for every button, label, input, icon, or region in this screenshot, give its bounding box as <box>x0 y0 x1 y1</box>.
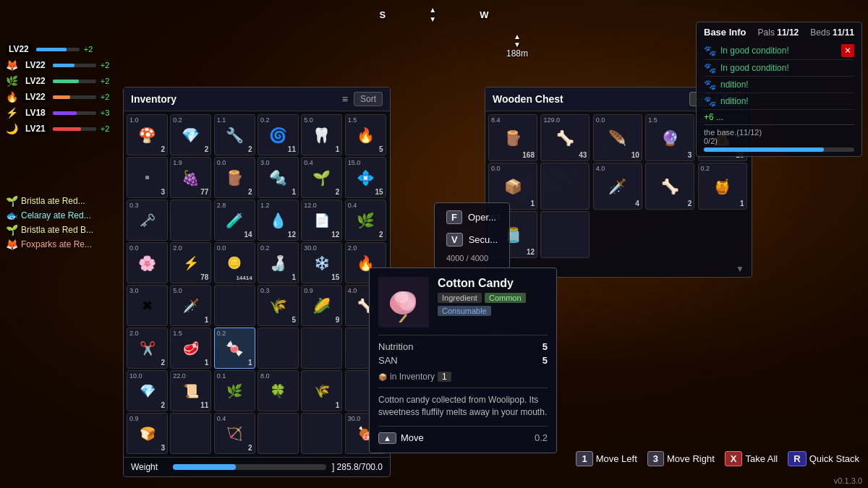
take-all-label: Take All <box>745 453 778 464</box>
inventory-item[interactable]: 🍀8.0 <box>258 370 299 411</box>
inventory-item[interactable] <box>170 413 211 454</box>
inventory-item[interactable] <box>258 328 299 369</box>
player-item: LV22 +2 <box>6 43 109 55</box>
pal-item: 🐾 ndition! <box>704 93 854 110</box>
hotkey-move-right: 3 Move Right <box>647 451 715 466</box>
context-secure[interactable]: V Secu... <box>435 228 509 251</box>
inventory-item[interactable]: 🌽0.99 <box>301 285 342 326</box>
chest-item[interactable] <box>540 163 590 210</box>
move-label: Move <box>401 432 424 443</box>
chest-item[interactable]: 🔮1.53 <box>645 114 694 161</box>
version-display: v0.1.3.0 <box>834 476 862 485</box>
tooltip-item-icon <box>378 277 429 328</box>
pals-stat: Pals 11/12 <box>758 27 799 38</box>
inventory-item[interactable] <box>301 328 342 369</box>
inventory-item[interactable]: 🍞0.93 <box>127 413 168 454</box>
inventory-item[interactable]: ▪3 <box>127 157 168 198</box>
inventory-item[interactable]: 🔧1.12 <box>214 114 255 155</box>
tooltip-tags: Ingredient Common Consumable <box>438 293 548 316</box>
chest-item[interactable]: 🍯0.21 <box>698 163 747 210</box>
pal-close-button[interactable]: ✕ <box>841 44 854 57</box>
chat-item: 🐟 Celaray ate Red... <box>6 210 93 221</box>
bottom-hotkeys: 1 Move Left 3 Move Right X Take All R Qu… <box>576 451 859 466</box>
context-open[interactable]: F Oper... <box>435 206 509 228</box>
inventory-item[interactable]: 💠15.015 <box>345 157 386 198</box>
move-left-label: Move Left <box>596 453 637 464</box>
inventory-item[interactable]: 🔥1.55 <box>345 114 386 155</box>
base-info-panel: Base Info Pals 11/12 Beds 11/11 🐾 In goo… <box>696 22 862 157</box>
player-item: 🌙 LV21 +2 <box>6 123 109 134</box>
chest-item[interactable]: 🪵8.4168 <box>488 114 537 161</box>
base-progress-bar <box>704 147 854 152</box>
inventory-item[interactable]: 🍶0.21 <box>258 242 299 283</box>
san-value: 5 <box>542 355 548 366</box>
pal-item: 🐾 ndition! <box>704 77 854 93</box>
inventory-item[interactable]: 🌸0.0 <box>127 242 168 283</box>
inventory-item[interactable]: 🧪2.814 <box>214 200 255 241</box>
hotkey-move-left: 1 Move Left <box>576 451 637 466</box>
inventory-item[interactable]: 💧1.212 <box>258 200 299 241</box>
inventory-item[interactable]: 🍇1.977 <box>170 157 211 198</box>
key-v: V <box>446 233 463 247</box>
inventory-item[interactable]: ⚡2.078 <box>170 242 211 283</box>
chest-item[interactable]: 🗡️4.04 <box>593 163 642 210</box>
inventory-item[interactable]: 🗝️0.3 <box>127 200 168 241</box>
inventory-item[interactable] <box>170 200 211 241</box>
inventory-item[interactable]: ❄️30.015 <box>301 242 342 283</box>
chat-item: 🌱 Bristla ate Red B... <box>6 224 93 236</box>
player-item: 🌿 LV22 +2 <box>6 75 109 87</box>
inventory-item[interactable]: 💎10.02 <box>127 370 168 411</box>
inventory-item[interactable]: 🔩3.01 <box>258 157 299 198</box>
inventory-item[interactable]: 🗡️5.01 <box>170 285 211 326</box>
svg-point-5 <box>394 291 409 303</box>
tooltip-info: Cotton Candy Ingredient Common Consumabl… <box>438 277 548 316</box>
inventory-item[interactable] <box>214 285 255 326</box>
inventory-item[interactable]: 💎0.22 <box>170 114 211 155</box>
weight-label: Weight <box>131 462 167 472</box>
chest-item[interactable]: 🪶0.010 <box>593 114 642 161</box>
inventory-item[interactable]: 🪵0.02 <box>214 157 255 198</box>
inventory-item[interactable]: 📄12.012 <box>301 200 342 241</box>
chest-item[interactable] <box>540 211 590 258</box>
inventory-item[interactable]: ✂️2.02 <box>127 328 168 369</box>
inventory-item[interactable]: 🌀0.211 <box>258 114 299 155</box>
inventory-icon: 📦 <box>378 373 387 381</box>
inventory-header: Inventory ≡ Sort <box>124 87 390 111</box>
inventory-item-cotton-candy[interactable]: 🍬0.21 <box>214 328 255 369</box>
item-tooltip: Cotton Candy Ingredient Common Consumabl… <box>369 267 557 453</box>
inventory-item[interactable]: 🌿0.42 <box>345 200 386 241</box>
pal-item: 🐾 In good condition! ✕ <box>704 42 854 60</box>
chat-item: 🌱 Bristla ate Red... <box>6 195 93 207</box>
inventory-title: Inventory <box>131 93 176 105</box>
chest-item[interactable]: 🦴2 <box>645 163 694 210</box>
chest-title: Wooden Chest <box>493 93 563 105</box>
player-item: 🔥 LV22 +2 <box>6 91 109 103</box>
inventory-item[interactable]: 🍄1.02 <box>127 114 168 155</box>
inventory-item[interactable]: 📜22.011 <box>170 370 211 411</box>
inventory-item[interactable]: ✖3.0 <box>127 285 168 326</box>
inventory-item[interactable]: 🏹0.42 <box>214 413 255 454</box>
weight-value: ] 285.8/700.0 <box>332 462 383 472</box>
hud-overlay: S ▲ ▼ W ▲▼ 188m LV22 +2 🦊 LV22 +2 🌿 LV22… <box>0 0 868 488</box>
inventory-item[interactable]: 🌱0.42 <box>301 157 342 198</box>
chat-log: 🌱 Bristla ate Red... 🐟 Celaray ate Red..… <box>6 195 93 250</box>
chest-item[interactable]: 🦴129.043 <box>540 114 590 161</box>
inventory-item[interactable] <box>301 413 342 454</box>
player-item: ⚡ LV18 +3 <box>6 107 109 119</box>
move-key: ▲ <box>378 432 396 444</box>
inventory-item[interactable]: 🦷5.01 <box>301 114 342 155</box>
tag-ingredient: Ingredient <box>438 293 482 303</box>
key-r: R <box>788 451 806 466</box>
inventory-item[interactable]: 🪙0.014414 <box>214 242 255 283</box>
inventory-item[interactable]: 🌾1 <box>301 370 342 411</box>
inventory-item[interactable]: 🥩1.51 <box>170 328 211 369</box>
inventory-sort-button[interactable]: Sort <box>354 92 383 106</box>
inventory-item[interactable] <box>258 413 299 454</box>
inventory-item[interactable]: 🌾0.35 <box>258 285 299 326</box>
energy-display: 4000 / 4000 <box>435 251 509 265</box>
in-inventory-display: 📦 in Inventory 1 <box>378 372 548 382</box>
inventory-item[interactable]: 🌿0.1 <box>214 370 255 411</box>
key-f: F <box>446 210 462 224</box>
move-action[interactable]: ▲ Move <box>378 432 424 444</box>
weight-fill <box>173 464 236 470</box>
